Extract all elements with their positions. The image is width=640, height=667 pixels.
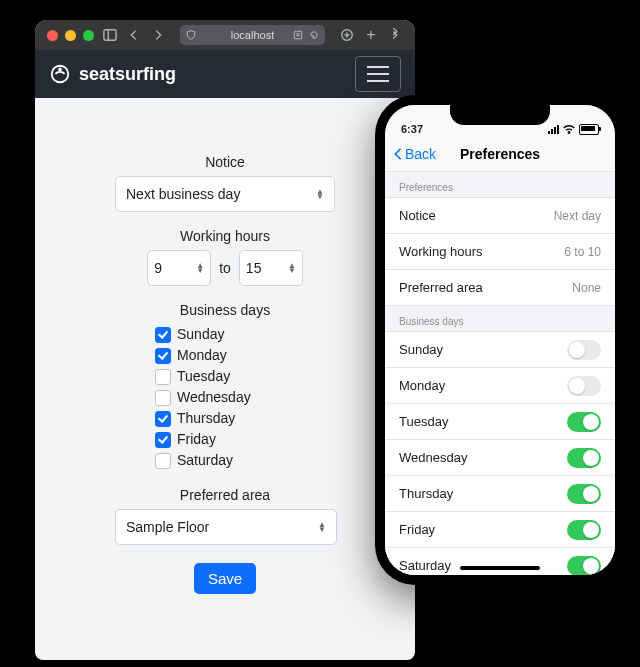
cell-label: Sunday [399,342,443,357]
cell-value: Next day [554,209,601,223]
day-label: Thursday [177,408,235,429]
day-label: Sunday [177,324,224,345]
day-row: Tuesday [385,404,615,440]
toggle-switch[interactable] [567,556,601,576]
day-row: Thursday [385,476,615,512]
preferences-list: NoticeNext dayWorking hours6 to 10Prefer… [385,197,615,306]
toggle-switch[interactable] [567,448,601,468]
day-checkbox[interactable]: Saturday [155,450,295,471]
url-text: localhost [231,29,274,41]
cell-label: Friday [399,522,435,537]
stepper-icon: ▲▼ [196,263,204,273]
nav-back-icon[interactable] [126,27,142,43]
page-content: Notice Next business day ▲▼ Working hour… [35,98,415,614]
phone-frame: 6:37 Back Preferences Preferences Notice… [375,95,625,585]
nav-header: Back Preferences [385,137,615,172]
hours-to-word: to [219,260,231,276]
back-label: Back [405,146,436,162]
overflow-icon[interactable] [387,27,403,43]
back-button[interactable]: Back [385,146,436,162]
sidebar-icon[interactable] [102,27,118,43]
toggle-switch[interactable] [567,520,601,540]
cell-label: Tuesday [399,414,448,429]
close-window-icon[interactable] [47,30,58,41]
working-hours-label: Working hours [115,228,335,244]
checkbox-icon [155,327,171,343]
reload-icon[interactable] [309,30,319,40]
section-header-business-days: Business days [385,306,615,331]
window-traffic-lights[interactable] [47,30,94,41]
select-caret-icon: ▲▼ [318,522,326,532]
brand[interactable]: seatsurfing [49,63,176,85]
business-days-list-phone: SundayMondayTuesdayWednesdayThursdayFrid… [385,331,615,575]
preferred-area-label: Preferred area [115,487,335,503]
pref-row[interactable]: NoticeNext day [385,197,615,234]
shield-icon [186,30,196,40]
chevron-left-icon [393,147,403,161]
notice-value: Next business day [126,186,240,202]
phone-notch [450,105,550,125]
stepper-icon: ▲▼ [288,263,296,273]
day-label: Monday [177,345,227,366]
day-row: Friday [385,512,615,548]
toggle-switch[interactable] [567,484,601,504]
svg-rect-2 [294,31,302,39]
app-header: seatsurfing [35,50,415,98]
cell-label: Notice [399,208,436,223]
cell-value: None [572,281,601,295]
day-checkbox[interactable]: Monday [155,345,295,366]
day-checkbox[interactable]: Thursday [155,408,295,429]
svg-rect-0 [104,30,116,41]
select-caret-icon: ▲▼ [316,189,324,199]
business-days-list: SundayMondayTuesdayWednesdayThursdayFrid… [155,324,295,471]
menu-button[interactable] [355,56,401,92]
cell-label: Preferred area [399,280,483,295]
svg-point-9 [59,69,61,71]
day-checkbox[interactable]: Wednesday [155,387,295,408]
checkbox-icon [155,348,171,364]
day-label: Wednesday [177,387,251,408]
browser-window: localhost + seatsurfing [35,20,415,660]
signal-icon [548,125,559,134]
day-checkbox[interactable]: Sunday [155,324,295,345]
pref-row[interactable]: Working hours6 to 10 [385,234,615,270]
day-label: Tuesday [177,366,230,387]
battery-icon [579,124,599,135]
titlebar: localhost + [35,20,415,50]
hours-to-value: 15 [246,260,262,276]
checkbox-icon [155,411,171,427]
preferred-area-value: Sample Floor [126,519,209,535]
day-row: Wednesday [385,440,615,476]
day-row: Saturday [385,548,615,575]
svg-point-10 [568,132,570,134]
day-checkbox[interactable]: Friday [155,429,295,450]
new-tab-icon[interactable]: + [363,27,379,43]
minimize-window-icon[interactable] [65,30,76,41]
share-icon[interactable] [339,27,355,43]
home-indicator[interactable] [460,566,540,570]
day-checkbox[interactable]: Tuesday [155,366,295,387]
reader-icon[interactable] [293,30,303,40]
notice-select[interactable]: Next business day ▲▼ [115,176,335,212]
cell-label: Working hours [399,244,483,259]
section-header-preferences: Preferences [385,172,615,197]
hours-from-input[interactable]: 9 ▲▼ [147,250,211,286]
pref-row[interactable]: Preferred areaNone [385,270,615,306]
hours-from-value: 9 [154,260,162,276]
url-bar[interactable]: localhost [180,25,325,45]
cell-value: 6 to 10 [564,245,601,259]
day-row: Monday [385,368,615,404]
cell-label: Monday [399,378,445,393]
save-button[interactable]: Save [194,563,256,594]
day-row: Sunday [385,331,615,368]
hours-to-input[interactable]: 15 ▲▼ [239,250,303,286]
brand-text: seatsurfing [79,64,176,85]
notice-label: Notice [115,154,335,170]
fullscreen-window-icon[interactable] [83,30,94,41]
preferred-area-select[interactable]: Sample Floor ▲▼ [115,509,337,545]
toggle-switch[interactable] [567,340,601,360]
nav-forward-icon[interactable] [150,27,166,43]
toggle-switch[interactable] [567,376,601,396]
toggle-switch[interactable] [567,412,601,432]
day-label: Saturday [177,450,233,471]
